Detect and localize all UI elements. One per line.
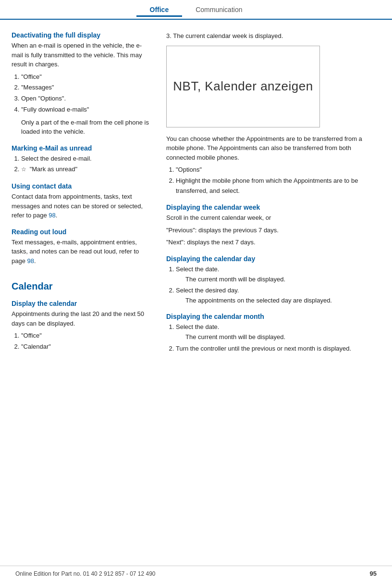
- list-item: Open "Options".: [21, 94, 151, 104]
- main-content: Deactivating the full display When an e-…: [0, 20, 392, 386]
- cal-month-note1: The current month will be displayed.: [185, 332, 377, 342]
- reading-body-suffix: .: [34, 257, 36, 265]
- cal-day-step2: Select the desired day.: [176, 287, 239, 294]
- list-item: ☆ "Mark as unread": [21, 164, 151, 175]
- list-item: "Office": [21, 331, 151, 341]
- step3-text: The current calendar week is displayed.: [173, 32, 283, 39]
- list-item: Select the desired e-mail.: [21, 154, 151, 164]
- after-image-steps: "Options" Highlight the mobile phone fro…: [176, 165, 377, 196]
- cal-day-steps: Select the date. The current month will …: [176, 265, 377, 305]
- header: Office Communication: [0, 0, 392, 20]
- list-item: Highlight the mobile phone from which th…: [176, 176, 377, 196]
- tab-office[interactable]: Office: [136, 4, 183, 17]
- marking-heading: Marking e-Mail as unread: [12, 144, 151, 152]
- left-column: Deactivating the full display When an e-…: [12, 31, 151, 357]
- list-item: Turn the controller until the previous o…: [176, 344, 377, 354]
- after-image-body: You can choose whether the Appointments …: [166, 134, 377, 163]
- using-page-link[interactable]: 98: [49, 212, 55, 219]
- footer: Online Edition for Part no. 01 40 2 912 …: [0, 566, 392, 581]
- list-item: Select the date. The current month will …: [176, 265, 377, 284]
- deactivating-steps-list: "Office" "Messages" Open "Options". "Ful…: [21, 72, 151, 115]
- cal-month-step2: Turn the controller until the previous o…: [176, 345, 351, 352]
- cal-month-steps: Select the date. The current month will …: [176, 322, 377, 354]
- list-item: "Office": [21, 72, 151, 82]
- list-item: "Options": [176, 165, 377, 175]
- using-body-suffix: .: [56, 212, 58, 219]
- cal-week-prev: "Previous": displays the previous 7 days…: [166, 226, 377, 235]
- cal-week-next: "Next": displays the next 7 days.: [166, 238, 377, 247]
- footer-page: 95: [370, 570, 377, 577]
- cal-day-note1: The current month will be displayed.: [185, 275, 377, 284]
- image-box-text: NBT, Kalender anzeigen: [173, 79, 313, 94]
- cal-day-step1: Select the date.: [176, 265, 219, 273]
- deactivating-heading: Deactivating the full display: [12, 31, 151, 39]
- tab-communication[interactable]: Communication: [182, 4, 256, 16]
- marking-steps-list: Select the desired e-mail. ☆ "Mark as un…: [21, 154, 151, 175]
- using-body: Contact data from appointments, tasks, t…: [12, 192, 151, 220]
- cal-month-step1: Select the date.: [176, 323, 219, 330]
- list-item: Select the desired day. The appointments…: [176, 286, 377, 305]
- list-item: "Calendar": [21, 342, 151, 352]
- calendar-image-box: NBT, Kalender anzeigen: [166, 46, 320, 127]
- list-item: Select the date. The current month will …: [176, 322, 377, 341]
- display-body: Appointments during the last 20 and the …: [12, 309, 151, 328]
- reading-heading: Reading out loud: [12, 228, 151, 236]
- cal-day-note2: The appointments on the selected day are…: [185, 296, 377, 305]
- step3-number: 3.: [166, 32, 172, 39]
- display-steps-list: "Office" "Calendar": [21, 331, 151, 352]
- list-item: "Fully download e-mails": [21, 105, 151, 115]
- using-body-prefix: Contact data from appointments, tasks, t…: [12, 193, 143, 219]
- display-heading: Display the calendar: [12, 300, 151, 307]
- header-tabs: Office Communication: [136, 4, 256, 16]
- reading-body: Text messages, e-mails, appointment entr…: [12, 238, 151, 266]
- right-column: 3. The current calendar week is displaye…: [166, 31, 377, 357]
- deactivating-note: Only a part of the e-mail from the cell …: [21, 118, 151, 137]
- cal-day-heading: Displaying the calendar day: [166, 255, 377, 263]
- star-icon: ☆: [21, 165, 26, 174]
- list-item: "Messages": [21, 83, 151, 93]
- deactivating-body: When an e-mail is opened in the vehicle,…: [12, 41, 151, 69]
- cal-month-heading: Displaying the calendar month: [166, 313, 377, 320]
- cal-week-body: Scroll in the current calendar week, or: [166, 213, 377, 223]
- cal-week-heading: Displaying the calendar week: [166, 203, 377, 211]
- footer-text: Online Edition for Part no. 01 40 2 912 …: [15, 570, 156, 577]
- step3-line: 3. The current calendar week is displaye…: [166, 31, 377, 41]
- reading-page-link[interactable]: 98: [27, 257, 34, 265]
- calendar-heading: Calendar: [12, 281, 151, 292]
- using-heading: Using contact data: [12, 182, 151, 190]
- marking-step2: "Mark as unread": [30, 165, 78, 173]
